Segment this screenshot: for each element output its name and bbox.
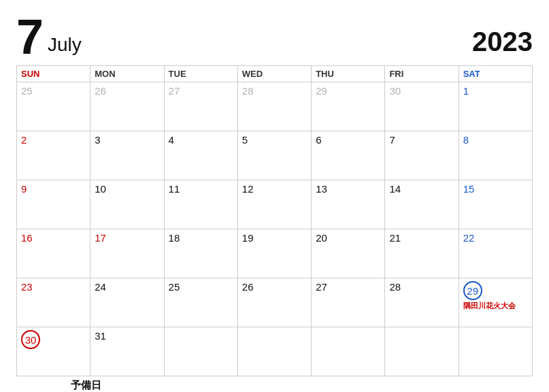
calendar-cell: 9 — [17, 180, 90, 229]
calendar-cell — [312, 327, 385, 376]
calendar-row: 2345678 — [17, 131, 533, 180]
calendar-cell: 29 — [312, 82, 385, 131]
day-number: 19 — [242, 232, 307, 244]
day-number: 5 — [242, 134, 307, 146]
calendar-cell: 27 — [312, 278, 385, 327]
header-tue: TUE — [164, 66, 237, 82]
calendar-cell: 15 — [459, 180, 532, 229]
day-number: 13 — [316, 183, 380, 195]
day-number: 6 — [316, 134, 380, 146]
day-number: 10 — [95, 183, 159, 195]
day-number: 28 — [242, 85, 307, 97]
calendar-cell: 11 — [164, 180, 237, 229]
calendar-cell: 17 — [90, 229, 164, 278]
day-number: 31 — [95, 330, 159, 342]
calendar-cell: 10 — [90, 180, 164, 229]
calendar-container: 7 July 2023 SUN MON TUE WED THU FRI SAT … — [0, 0, 549, 392]
year-number: 2023 — [472, 27, 533, 61]
day-number: 18 — [169, 232, 233, 244]
month-number: 7 — [16, 12, 44, 61]
calendar-cell: 8 — [459, 131, 532, 180]
calendar-cell: 28 — [385, 278, 459, 327]
calendar-cell: 12 — [237, 180, 311, 229]
calendar-table: SUN MON TUE WED THU FRI SAT 252627282930… — [16, 65, 533, 376]
calendar-cell: 25 — [17, 82, 90, 131]
calendar-cell — [164, 327, 237, 376]
day-number: 30 — [389, 85, 454, 97]
day-number: 21 — [389, 232, 454, 244]
day-number: 3 — [95, 134, 159, 146]
calendar-cell: 1 — [459, 82, 532, 131]
calendar-cell: 27 — [164, 82, 237, 131]
day-number: 24 — [95, 281, 159, 293]
day-number: 16 — [21, 232, 86, 244]
calendar-row: 23242526272829隅田川花火大会 — [17, 278, 533, 327]
calendar-cell: 29隅田川花火大会 — [459, 278, 532, 327]
calendar-cell: 31 — [90, 327, 164, 376]
calendar-cell: 4 — [164, 131, 237, 180]
calendar-row: 16171819202122 — [17, 229, 533, 278]
header-sun: SUN — [17, 66, 90, 82]
header-thu: THU — [312, 66, 385, 82]
calendar-row: 2526272829301 — [17, 82, 533, 131]
day-number: 11 — [169, 183, 233, 195]
calendar-cell: 13 — [312, 180, 385, 229]
calendar-cell: 2 — [17, 131, 90, 180]
calendar-cell — [385, 327, 459, 376]
header-left: 7 July — [16, 12, 82, 61]
calendar-cell: 19 — [237, 229, 311, 278]
header-fri: FRI — [385, 66, 459, 82]
calendar-cell: 6 — [312, 131, 385, 180]
day-number: 1 — [463, 85, 528, 97]
calendar-cell — [459, 327, 532, 376]
day-number: 28 — [389, 281, 454, 293]
day-number: 9 — [21, 183, 86, 195]
calendar-row: 3031 — [17, 327, 533, 376]
calendar-cell: 16 — [17, 229, 90, 278]
day-number: 26 — [242, 281, 307, 293]
calendar-cell: 7 — [385, 131, 459, 180]
day-number: 15 — [463, 183, 528, 195]
calendar-cell: 30 — [17, 327, 90, 376]
circled-day: 30 — [21, 330, 40, 349]
circled-day: 29 — [463, 281, 482, 300]
calendar-cell: 22 — [459, 229, 532, 278]
day-number: 22 — [463, 232, 528, 244]
calendar-cell: 14 — [385, 180, 459, 229]
day-number: 8 — [463, 134, 528, 146]
weekday-header-row: SUN MON TUE WED THU FRI SAT — [17, 66, 533, 82]
header-wed: WED — [237, 66, 311, 82]
day-number: 2 — [21, 134, 86, 146]
calendar-cell: 26 — [90, 82, 164, 131]
header-mon: MON — [90, 66, 164, 82]
calendar-cell — [237, 327, 311, 376]
day-number: 14 — [389, 183, 454, 195]
calendar-cell: 30 — [385, 82, 459, 131]
calendar-cell: 21 — [385, 229, 459, 278]
day-number: 26 — [95, 85, 159, 97]
calendar-cell: 3 — [90, 131, 164, 180]
calendar-header: 7 July 2023 — [16, 12, 533, 61]
bottom-note: 予備日 — [16, 379, 533, 392]
day-number: 17 — [95, 232, 159, 244]
day-number: 12 — [242, 183, 307, 195]
calendar-cell: 26 — [237, 278, 311, 327]
day-number: 27 — [169, 85, 233, 97]
day-number: 20 — [316, 232, 380, 244]
calendar-cell: 28 — [237, 82, 311, 131]
day-number: 4 — [169, 134, 233, 146]
header-sat: SAT — [459, 66, 532, 82]
calendar-row: 9101112131415 — [17, 180, 533, 229]
calendar-cell: 25 — [164, 278, 237, 327]
calendar-cell: 5 — [237, 131, 311, 180]
day-number: 23 — [21, 281, 86, 293]
month-name: July — [48, 34, 82, 61]
calendar-cell: 18 — [164, 229, 237, 278]
day-number: 7 — [389, 134, 454, 146]
day-number: 25 — [169, 281, 233, 293]
day-number: 29 — [316, 85, 380, 97]
day-number: 25 — [21, 85, 86, 97]
calendar-cell: 23 — [17, 278, 90, 327]
calendar-cell: 24 — [90, 278, 164, 327]
day-number: 27 — [316, 281, 380, 293]
